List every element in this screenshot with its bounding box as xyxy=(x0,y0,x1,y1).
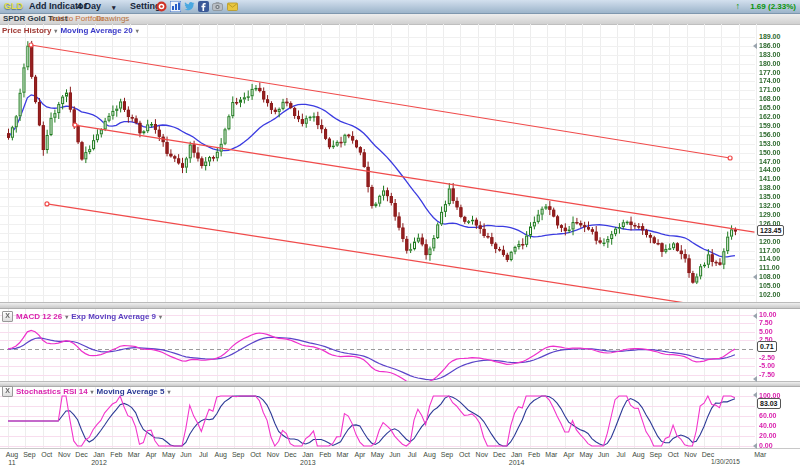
time-tick-label: Feb xyxy=(110,451,122,458)
period-dropdown-icon[interactable]: ▾ xyxy=(112,2,116,13)
macd-panel-header: X MACD 12 26 ▾ Exp Moving Average 9 ▾ xyxy=(2,311,162,322)
time-tick-sublabel: 2014 xyxy=(509,459,525,466)
stochastics-ma-dropdown[interactable]: Moving Average 5 xyxy=(97,387,165,396)
price-tick-label: 171.00 xyxy=(759,86,780,93)
time-tick-label: Aug xyxy=(423,451,435,458)
time-tick-label: Mar xyxy=(128,451,140,458)
time-tick-label: Jun xyxy=(180,451,191,458)
macd-tick-label: 10.00 xyxy=(759,311,777,318)
time-tick-label: Jul xyxy=(408,451,417,458)
time-tick-label: Dec xyxy=(75,451,87,458)
price-panel-header: Price History ▾ Moving Average 20 ▾ xyxy=(2,26,139,35)
price-tick-label: 105.00 xyxy=(759,282,780,289)
price-tick-label: 150.00 xyxy=(759,149,780,156)
price-history-dropdown[interactable]: Price History xyxy=(2,26,51,35)
stochastics-dropdown[interactable]: Stochastics RSI 14 xyxy=(16,387,88,396)
time-tick-label: Mar xyxy=(545,451,557,458)
axis-marker-icon xyxy=(753,376,757,382)
symbol-label[interactable]: GLD xyxy=(4,1,23,12)
time-tick-label: Jul xyxy=(199,451,208,458)
time-tick-label: Oct xyxy=(41,451,52,458)
price-chart-canvas[interactable] xyxy=(0,24,757,302)
time-tick-label: Apr xyxy=(146,451,157,458)
twitter-icon[interactable] xyxy=(184,1,195,12)
time-tick-label: Mar xyxy=(754,451,766,458)
time-tick-label: Dec xyxy=(284,451,296,458)
macd-dropdown[interactable]: MACD 12 26 xyxy=(16,312,62,321)
price-tick-label: 159.00 xyxy=(759,122,780,129)
bar-chart-icon[interactable] xyxy=(170,1,181,12)
change-up-arrow-icon: ↑ xyxy=(736,1,741,12)
time-tick-label: Nov xyxy=(684,451,696,458)
time-tick-label: Sep xyxy=(23,451,35,458)
time-tick-label: Oct xyxy=(668,451,679,458)
macd-tick-label: -7.50 xyxy=(759,371,775,378)
drawings-link[interactable]: Drawings xyxy=(96,14,129,24)
time-tick-label: Dec xyxy=(702,451,714,458)
macd-tick-label: -5.00 xyxy=(759,362,775,369)
price-tick-label: 177.00 xyxy=(759,69,780,76)
time-tick-label: Jun xyxy=(389,451,400,458)
time-tick-label: Jan xyxy=(302,451,313,458)
time-tick-label: Nov xyxy=(267,451,279,458)
price-tick-label: 147.00 xyxy=(759,158,780,165)
time-tick-label: Mar xyxy=(337,451,349,458)
macd-close-button[interactable]: X xyxy=(2,311,13,322)
main-toolbar: GLD Add Indicator 4 Day ▾ Settings ↑ 1.6… xyxy=(0,0,800,14)
last-price-badge: 123.45 xyxy=(757,225,784,236)
price-tick-label: 165.00 xyxy=(759,104,780,111)
price-tick-label: 111.00 xyxy=(759,264,780,271)
axis-marker-icon xyxy=(753,313,757,319)
mail-icon[interactable] xyxy=(227,1,238,12)
time-tick-label: Sep xyxy=(232,451,244,458)
chevron-down-icon[interactable]: ▾ xyxy=(91,388,94,395)
time-tick-label: Oct xyxy=(250,451,261,458)
price-tick-label: 117.00 xyxy=(759,247,780,254)
charting-app-window: GLD Add Indicator 4 Day ▾ Settings ↑ 1.6… xyxy=(0,0,800,469)
price-tick-label: 141.00 xyxy=(759,175,780,182)
price-tick-label: 156.00 xyxy=(759,131,780,138)
time-tick-label: Nov xyxy=(476,451,488,458)
chevron-down-icon[interactable]: ▾ xyxy=(136,27,139,34)
period-selector[interactable]: 4 Day xyxy=(77,1,101,12)
chevron-down-icon[interactable]: ▾ xyxy=(65,313,68,320)
target-icon[interactable] xyxy=(156,1,167,12)
facebook-icon[interactable] xyxy=(198,1,209,12)
moving-average-dropdown[interactable]: Moving Average 20 xyxy=(60,26,132,35)
price-tick-label: 129.00 xyxy=(759,211,780,218)
time-tick-label: Jan xyxy=(511,451,522,458)
axis-marker-icon xyxy=(753,274,757,280)
time-tick-label: Apr xyxy=(355,451,366,458)
price-change-label: 1.69 (2.33%) xyxy=(750,1,796,12)
time-tick-label: Aug xyxy=(215,451,227,458)
time-tick-label: Jan xyxy=(93,451,104,458)
price-tick-label: 189.00 xyxy=(759,33,780,40)
time-tick-label: Dec xyxy=(493,451,505,458)
axis-marker-icon xyxy=(753,43,757,49)
macd-tick-label: 7.50 xyxy=(759,319,773,326)
axis-marker-icon xyxy=(753,443,757,449)
chevron-down-icon[interactable]: ▾ xyxy=(54,27,57,34)
stochastics-panel-header: X Stochastics RSI 14 ▾ Moving Average 5 … xyxy=(2,386,171,397)
price-tick-label: 102.00 xyxy=(759,291,780,298)
time-tick-label: Oct xyxy=(459,451,470,458)
time-tick-label: Nov xyxy=(58,451,70,458)
macd-tick-label: -2.50 xyxy=(759,354,775,361)
time-tick-label: Aug xyxy=(6,451,18,458)
chevron-down-icon[interactable]: ▾ xyxy=(167,388,170,395)
price-tick-label: 180.00 xyxy=(759,60,780,67)
panel-divider[interactable] xyxy=(0,302,800,309)
time-tick-label: May xyxy=(371,451,384,458)
axis-marker-icon xyxy=(753,392,757,398)
price-tick-label: 174.00 xyxy=(759,77,780,84)
price-tick-label: 183.00 xyxy=(759,51,780,58)
chevron-down-icon[interactable]: ▾ xyxy=(159,313,162,320)
time-tick-label: Aug xyxy=(632,451,644,458)
price-tick-label: 132.00 xyxy=(759,202,780,209)
stochastics-close-button[interactable]: X xyxy=(2,386,13,397)
camera-icon[interactable] xyxy=(212,1,223,12)
price-tick-label: 186.00 xyxy=(759,42,780,49)
macd-tick-label: 5.00 xyxy=(759,328,773,335)
macd-signal-dropdown[interactable]: Exp Moving Average 9 xyxy=(71,312,156,321)
time-tick-label: May xyxy=(580,451,593,458)
